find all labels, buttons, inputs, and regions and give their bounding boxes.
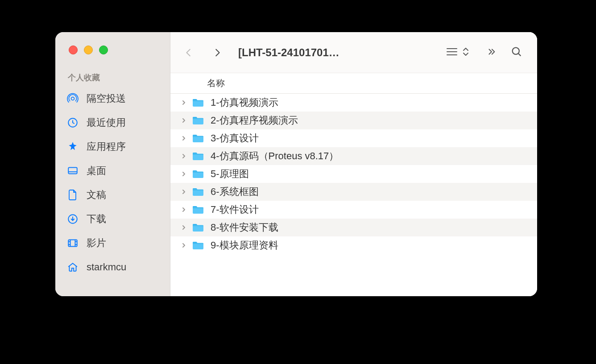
file-row[interactable]: 8-软件安装下载 xyxy=(170,219,537,236)
sidebar-item-downloads[interactable]: 下载 xyxy=(55,207,170,231)
back-button[interactable] xyxy=(177,41,201,64)
sidebar-item-applications[interactable]: 应用程序 xyxy=(55,135,170,159)
window-controls xyxy=(55,40,170,60)
svg-point-0 xyxy=(71,97,74,100)
file-name: 4-仿真源码（Proteus v8.17） xyxy=(209,149,339,163)
folder-icon xyxy=(192,97,204,108)
disclosure-triangle-icon[interactable] xyxy=(180,189,187,195)
search-button[interactable] xyxy=(506,46,527,60)
svg-rect-4 xyxy=(68,240,77,246)
file-name: 6-系统框图 xyxy=(209,185,259,199)
sidebar-section-title: 个人收藏 xyxy=(55,60,170,87)
file-name: 8-软件安装下载 xyxy=(209,221,278,234)
disclosure-triangle-icon[interactable] xyxy=(180,99,187,106)
column-header-row[interactable]: 名称 xyxy=(170,73,537,94)
file-row[interactable]: 3-仿真设计 xyxy=(170,129,537,147)
sidebar: 个人收藏 隔空投送 最近使用 应用程序 xyxy=(55,32,170,296)
sidebar-item-airdrop[interactable]: 隔空投送 xyxy=(55,87,170,111)
file-list: 1-仿真视频演示 2-仿真程序视频演示 3-仿真设计 4-仿真源码（Proteu… xyxy=(170,94,537,296)
file-row[interactable]: 9-模块原理资料 xyxy=(170,236,537,254)
disclosure-triangle-icon[interactable] xyxy=(180,135,187,141)
file-row[interactable]: 1-仿真视频演示 xyxy=(170,94,537,112)
finder-window: 个人收藏 隔空投送 最近使用 应用程序 xyxy=(55,32,537,296)
desktop-icon xyxy=(66,164,79,178)
airdrop-icon xyxy=(66,92,79,105)
folder-icon xyxy=(192,222,204,233)
applications-icon xyxy=(66,140,79,153)
file-name: 2-仿真程序视频演示 xyxy=(209,114,298,127)
disclosure-triangle-icon[interactable] xyxy=(180,171,187,177)
file-name: 7-软件设计 xyxy=(209,203,259,216)
sidebar-item-label: 下载 xyxy=(87,212,106,226)
sidebar-item-label: 桌面 xyxy=(87,164,106,178)
sidebar-item-movies[interactable]: 影片 xyxy=(55,231,170,255)
list-view-icon xyxy=(445,46,459,59)
file-name: 1-仿真视频演示 xyxy=(209,96,278,109)
sidebar-item-recents[interactable]: 最近使用 xyxy=(55,111,170,135)
folder-icon xyxy=(192,240,204,251)
sidebar-item-home[interactable]: starkmcu xyxy=(55,255,170,279)
disclosure-triangle-icon[interactable] xyxy=(180,242,187,248)
sidebar-item-desktop[interactable]: 桌面 xyxy=(55,159,170,183)
file-name: 3-仿真设计 xyxy=(209,132,259,145)
folder-icon xyxy=(192,115,204,126)
main-pane: [LHT-51-24101701… 名称 xyxy=(170,32,537,296)
document-icon xyxy=(66,188,79,202)
toolbar-overflow-button[interactable] xyxy=(481,47,501,58)
home-icon xyxy=(66,261,79,274)
file-name: 9-模块原理资料 xyxy=(209,239,278,252)
disclosure-triangle-icon[interactable] xyxy=(180,117,187,124)
window-title: [LHT-51-24101701… xyxy=(234,46,434,59)
sidebar-item-label: 最近使用 xyxy=(87,116,126,129)
disclosure-triangle-icon[interactable] xyxy=(180,224,187,231)
zoom-window-button[interactable] xyxy=(99,46,108,54)
svg-rect-2 xyxy=(68,167,77,174)
file-row[interactable]: 5-原理图 xyxy=(170,165,537,183)
svg-point-8 xyxy=(513,47,519,54)
disclosure-triangle-icon[interactable] xyxy=(180,207,187,213)
close-window-button[interactable] xyxy=(69,46,78,54)
column-header-name: 名称 xyxy=(207,77,225,89)
file-row[interactable]: 6-系统框图 xyxy=(170,183,537,201)
sidebar-item-label: 影片 xyxy=(87,236,106,250)
download-icon xyxy=(66,212,79,226)
view-mode-switcher[interactable] xyxy=(438,46,476,59)
forward-button[interactable] xyxy=(205,41,229,64)
sidebar-item-label: 文稿 xyxy=(87,188,106,202)
sidebar-item-label: 应用程序 xyxy=(87,140,126,153)
file-row[interactable]: 2-仿真程序视频演示 xyxy=(170,112,537,129)
folder-icon xyxy=(192,204,204,215)
file-name: 5-原理图 xyxy=(209,167,249,181)
clock-icon xyxy=(66,116,79,129)
file-row[interactable]: 7-软件设计 xyxy=(170,201,537,219)
svg-line-9 xyxy=(518,53,521,56)
folder-icon xyxy=(192,186,204,197)
folder-icon xyxy=(192,151,204,161)
toolbar: [LHT-51-24101701… xyxy=(170,32,537,73)
sidebar-item-label: 隔空投送 xyxy=(87,92,126,105)
folder-icon xyxy=(192,169,204,179)
minimize-window-button[interactable] xyxy=(84,46,93,54)
file-row[interactable]: 4-仿真源码（Proteus v8.17） xyxy=(170,147,537,165)
disclosure-triangle-icon[interactable] xyxy=(180,153,187,159)
sidebar-item-documents[interactable]: 文稿 xyxy=(55,183,170,207)
up-down-chevron-icon xyxy=(462,46,469,59)
folder-icon xyxy=(192,133,204,144)
sidebar-item-label: starkmcu xyxy=(87,261,126,273)
film-icon xyxy=(66,236,79,250)
